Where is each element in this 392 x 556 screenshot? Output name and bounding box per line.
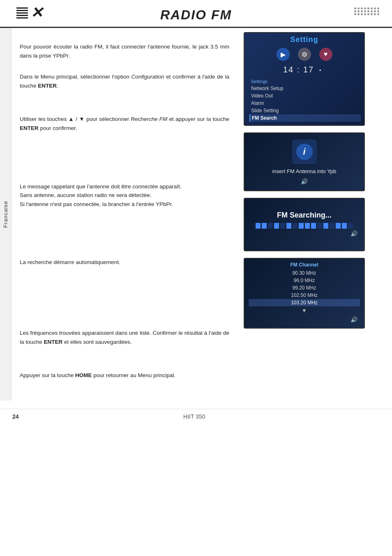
channel-5[interactable]: 103.20 MHz xyxy=(249,299,360,306)
sidebar: Francaise xyxy=(0,28,12,401)
screen3-progress xyxy=(256,223,353,229)
seg10 xyxy=(311,223,316,229)
seg7 xyxy=(293,223,297,229)
page-header: ✕ RADIO FM xyxy=(0,0,392,27)
page-title: RADIO FM xyxy=(160,7,232,23)
logo-x-icon: ✕ xyxy=(30,4,43,21)
screen-channels: FM Channel 90.30 MHz 96.0 MHz 99.20 MHz … xyxy=(244,258,365,329)
antenna-icon-area: i xyxy=(292,139,317,164)
content-right: Setting ▶ ⚙ ♥ 14 : 17 ● · Settings Netwo… xyxy=(242,28,369,401)
menu-heading: Settings xyxy=(249,78,361,85)
seg3 xyxy=(268,223,273,229)
menu-item-slide-setting[interactable]: Slide Setting xyxy=(249,107,361,114)
screen1-title: Setting xyxy=(244,33,364,46)
screen1-icon-heart: ♥ xyxy=(319,48,332,61)
info-icon: i xyxy=(296,144,313,160)
screen1-time: 14 : 17 ● · xyxy=(244,63,364,76)
screen3-title: FM Searching... xyxy=(277,211,332,220)
seg12 xyxy=(323,223,328,229)
seg9 xyxy=(305,223,310,229)
seg16 xyxy=(348,223,353,229)
channel-2[interactable]: 96.0 MHz xyxy=(249,277,360,284)
paragraph-1: Pour pouvoir écouter la radio FM, il fau… xyxy=(20,42,229,60)
screen1-menu: Settings Network Setup Video Out Alarm S… xyxy=(244,76,364,125)
page: ✕ RADIO FM Francaise Pour pouvoir écoute… xyxy=(0,0,392,556)
page-number: 24 xyxy=(12,413,19,420)
paragraph-2: Dans le Menu principal, sélectionner l'o… xyxy=(20,72,229,90)
footer-brand: HIIT 350 xyxy=(183,413,205,420)
screen-antenna: i insert FM Antenna into Ypb 🔊 xyxy=(244,132,365,191)
screen4-header: FM Channel xyxy=(249,262,360,268)
page-footer: 24 HIIT 350 xyxy=(0,409,392,424)
screen-searching: FM Searching... xyxy=(244,198,365,251)
logo: ✕ xyxy=(16,4,43,21)
seg5 xyxy=(280,223,285,229)
screen1-icon-gear: ⚙ xyxy=(298,48,311,61)
seg2 xyxy=(262,223,267,229)
main-content: Francaise Pour pouvoir écouter la radio … xyxy=(0,28,392,401)
screen1-icon-play: ▶ xyxy=(277,48,290,61)
screen2-text: insert FM Antenna into Ypb xyxy=(270,166,339,176)
paragraph-4: Le message rappelant que l'antenne doit … xyxy=(20,182,229,209)
paragraph-5: La recherche démarre automatiquement. xyxy=(20,258,229,267)
paragraph-7: Appuyer sur la touche HOME pour retourne… xyxy=(20,371,229,380)
channel-3[interactable]: 99.20 MHz xyxy=(249,284,360,292)
paragraph-6: Les fréquences trouvées apparaissent dan… xyxy=(20,329,229,346)
screen-settings: Setting ▶ ⚙ ♥ 14 : 17 ● · Settings Netwo… xyxy=(244,32,365,126)
channel-1[interactable]: 90.30 MHz xyxy=(249,269,360,277)
menu-item-fm-search[interactable]: FM Search xyxy=(249,114,361,122)
paragraph-3: Utiliser les touches ▲ / ▼ pour sélectio… xyxy=(20,115,229,132)
screen1-status-dots: ● · xyxy=(319,68,325,72)
menu-item-network-setup[interactable]: Network Setup xyxy=(249,85,361,92)
menu-item-alarm[interactable]: Alarm xyxy=(249,100,361,107)
logo-lines-icon xyxy=(16,7,28,19)
channel-4[interactable]: 102.50 MHz xyxy=(249,292,360,299)
seg4 xyxy=(274,223,279,229)
header-decoration xyxy=(354,7,380,15)
seg15 xyxy=(342,223,347,229)
screen4-bottom-icon: 🔊 xyxy=(249,315,360,324)
screen3-bottom-icon: 🔊 xyxy=(249,229,360,239)
screen2-bottom-icon: 🔊 xyxy=(298,176,310,186)
channel-down-arrow-icon: ▼ xyxy=(249,306,360,315)
menu-item-video-out[interactable]: Video Out xyxy=(249,92,361,100)
seg13 xyxy=(330,223,334,229)
seg14 xyxy=(336,223,341,229)
content-left: Pour pouvoir écouter la radio FM, il fau… xyxy=(12,28,242,401)
sidebar-label-text: Francaise xyxy=(2,201,9,228)
seg6 xyxy=(286,223,291,229)
seg1 xyxy=(256,223,261,229)
screen1-icons-row: ▶ ⚙ ♥ xyxy=(244,46,364,63)
seg8 xyxy=(299,223,304,229)
seg11 xyxy=(317,223,322,229)
